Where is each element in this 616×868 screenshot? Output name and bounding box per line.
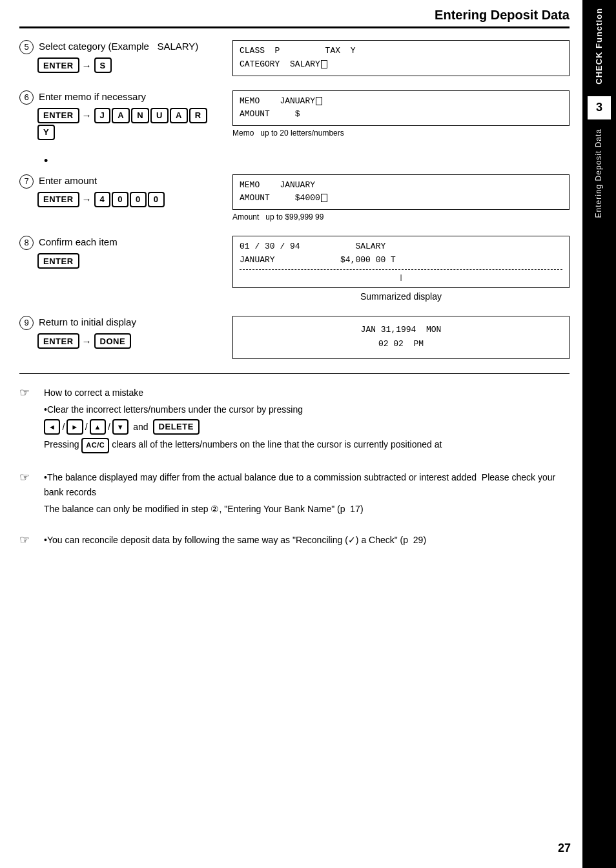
note-2-content: •The balance displayed may differ from t… xyxy=(44,470,570,519)
arrow-7: → xyxy=(82,194,92,205)
screen-box-6: MEMO JANUARY AMOUNT $ xyxy=(232,90,570,127)
step-9-screen: JAN 31,1994 MON 02 02 PM xyxy=(232,316,570,358)
note-1-row: ☞ How to correct a mistake •Clear the in… xyxy=(19,386,570,457)
step-6-desc: Enter memo if necessary xyxy=(39,91,146,102)
screen-8-divider-mark: | xyxy=(240,272,562,284)
slash-3: / xyxy=(108,420,110,434)
acic-key[interactable]: AC/C xyxy=(81,438,109,453)
screen-box-9: JAN 31,1994 MON 02 02 PM xyxy=(232,316,570,358)
sidebar-section-title: Entering Deposit Data xyxy=(591,123,607,223)
step-6-keys: ENTER → J A N U A R Y xyxy=(37,108,220,140)
sidebar-chapter-number: 3 xyxy=(588,96,611,119)
note-1-icon: ☞ xyxy=(19,386,37,400)
key-4[interactable]: 4 xyxy=(94,192,111,207)
step-9-left: 9 Return to initial display ENTER → DONE xyxy=(19,316,220,349)
enter-key-6[interactable]: ENTER xyxy=(37,108,79,123)
section-divider xyxy=(19,373,570,374)
left-arrow-key[interactable]: ◄ xyxy=(44,419,60,435)
step-6-left: 6 Enter memo if necessary ENTER → J A N … xyxy=(19,90,220,140)
step-7-circle: 7 xyxy=(19,174,34,189)
slash-2: / xyxy=(85,420,88,434)
arrow-9: → xyxy=(82,336,92,347)
u-key[interactable]: U xyxy=(150,108,169,123)
dot-separator: • xyxy=(44,154,570,168)
screen-9-line2: 02 02 PM xyxy=(240,337,562,351)
step-7-desc: Enter amount xyxy=(39,175,97,186)
enter-key-9[interactable]: ENTER xyxy=(37,333,79,349)
y-key[interactable]: Y xyxy=(37,125,55,140)
note-2-bullet: •The balance displayed may differ from t… xyxy=(44,470,570,499)
step-9-desc: Return to initial display xyxy=(39,316,136,327)
page-header: Entering Deposit Data xyxy=(19,0,570,28)
s-key[interactable]: S xyxy=(94,57,112,73)
note-1-content: How to correct a mistake •Clear the inco… xyxy=(44,386,442,457)
step-8-row: 8 Confirm each item ENTER 01 / 30 / 94 S… xyxy=(19,236,570,302)
step-7-keys: ENTER → 4 0 0 0 xyxy=(37,192,220,207)
arrow-6: → xyxy=(82,110,92,121)
done-key[interactable]: DONE xyxy=(94,333,132,349)
note-1-title: How to correct a mistake xyxy=(44,386,442,400)
screen-5-line1: CLASS P TAX Y xyxy=(240,45,562,58)
key-0-2[interactable]: 0 xyxy=(130,192,147,207)
enter-key-5[interactable]: ENTER xyxy=(37,57,79,73)
note-1-continuation: Pressing AC/C clears all of the letters/… xyxy=(44,437,442,453)
screen-8-line2: JANUARY $4,000 00 T xyxy=(240,254,562,267)
step-8-screen: 01 / 30 / 94 SALARY JANUARY $4,000 00 T … xyxy=(232,236,570,302)
screen-7-line2: AMOUNT $4000 xyxy=(240,192,562,205)
note-1-bullet: •Clear the incorrect letters/numbers und… xyxy=(44,402,442,417)
step-5-left: 5 Select category (Example SALARY) ENTER… xyxy=(19,40,220,73)
right-arrow-key[interactable]: ► xyxy=(67,419,83,435)
a-key-2[interactable]: A xyxy=(170,108,188,123)
screen-box-7: MEMO JANUARY AMOUNT $4000 xyxy=(232,174,570,211)
step-8-left: 8 Confirm each item ENTER xyxy=(19,236,220,269)
screen-box-5: CLASS P TAX Y CATEGORY SALARY xyxy=(232,40,570,76)
note-3-icon: ☞ xyxy=(19,533,37,547)
note-2-row: ☞ •The balance displayed may differ from… xyxy=(19,470,570,519)
key-0-1[interactable]: 0 xyxy=(112,192,128,207)
note-1-keys: ◄ / ► / ▲ / ▼ and DELETE xyxy=(44,419,442,435)
step-5-desc: Select category (Example SALARY) xyxy=(39,41,198,52)
r-key[interactable]: R xyxy=(189,108,207,123)
sidebar-check-function: CHECK Function xyxy=(591,0,607,92)
step-6-row: 6 Enter memo if necessary ENTER → J A N … xyxy=(19,90,570,140)
down-arrow-key[interactable]: ▼ xyxy=(112,419,128,435)
j-key[interactable]: J xyxy=(94,108,111,123)
step-5-row: 5 Select category (Example SALARY) ENTER… xyxy=(19,40,570,76)
step-5-screen: CLASS P TAX Y CATEGORY SALARY xyxy=(232,40,570,76)
page-title: Entering Deposit Data xyxy=(435,8,570,22)
screen-5-line2: CATEGORY SALARY xyxy=(240,58,562,72)
a-key-1[interactable]: A xyxy=(112,108,130,123)
note-3-bullet: •You can reconcile deposit data by follo… xyxy=(44,533,426,547)
page-number: 27 xyxy=(558,842,571,855)
n-key[interactable]: N xyxy=(131,108,149,123)
enter-key-7[interactable]: ENTER xyxy=(37,192,79,207)
step-7-row: 7 Enter amount ENTER → 4 0 0 0 MEMO JANU… xyxy=(19,174,570,222)
up-arrow-key[interactable]: ▲ xyxy=(90,419,106,435)
step-7-screen: MEMO JANUARY AMOUNT $4000 Amount up to $… xyxy=(232,174,570,222)
key-0-3[interactable]: 0 xyxy=(148,192,165,207)
note-2-continuation: The balance can only be modified in step… xyxy=(44,502,570,516)
sidebar: CHECK Function 3 Entering Deposit Data xyxy=(582,0,616,868)
step-6-screen: MEMO JANUARY AMOUNT $ Memo up to 20 lett… xyxy=(232,90,570,138)
screen-8-line1: 01 / 30 / 94 SALARY xyxy=(240,240,562,254)
step-6-circle: 6 xyxy=(19,90,34,105)
step-9-row: 9 Return to initial display ENTER → DONE… xyxy=(19,316,570,358)
note-3-row: ☞ •You can reconcile deposit data by fol… xyxy=(19,533,570,550)
slash-1: / xyxy=(62,420,65,434)
arrow-5: → xyxy=(82,60,92,71)
screen-9-line1: JAN 31,1994 MON xyxy=(240,323,562,337)
note-2-icon: ☞ xyxy=(19,470,37,484)
step-8-desc: Confirm each item xyxy=(39,236,118,247)
screen-6-line2: AMOUNT $ xyxy=(240,108,562,121)
screen-7-line1: MEMO JANUARY xyxy=(240,179,562,192)
enter-key-8[interactable]: ENTER xyxy=(37,253,79,269)
delete-key[interactable]: DELETE xyxy=(153,419,200,435)
and-text: and xyxy=(133,420,148,434)
step-7-left: 7 Enter amount ENTER → 4 0 0 0 xyxy=(19,174,220,207)
step-9-circle: 9 xyxy=(19,316,34,330)
step-5-circle: 5 xyxy=(19,40,34,54)
step-9-keys: ENTER → DONE xyxy=(37,333,220,349)
main-content: Entering Deposit Data 5 Select category … xyxy=(0,0,582,590)
screen-6-note: Memo up to 20 letters/numbers xyxy=(232,129,570,138)
summarized-display-label: Summarized display xyxy=(232,291,570,302)
